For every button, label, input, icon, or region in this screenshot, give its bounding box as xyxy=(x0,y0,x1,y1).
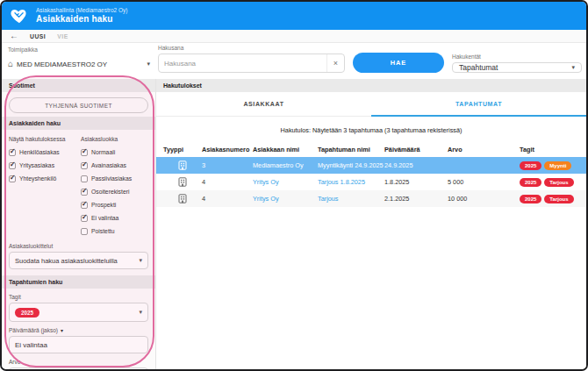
value-cell: 5 000 xyxy=(448,178,520,186)
tag-badge: 2025 xyxy=(520,161,541,170)
column-header: Päivämäärä xyxy=(384,146,448,153)
export-button[interactable]: VIE xyxy=(57,33,68,39)
customer-search-title: Asiakkaiden haku xyxy=(2,117,155,130)
filter-checkbox-ei-valintaa[interactable]: Ei valintaa xyxy=(81,211,148,225)
filter-checkbox-yhteyshenkil-[interactable]: Yhteyshenkilö xyxy=(9,172,81,185)
app-titles: Asiakashallinta (Mediamaestro2 Oy) Asiak… xyxy=(36,7,127,25)
toimipaikka-group: Toimipaikka ⌂ MED MEDIAMAESTRO2 OY ▾ xyxy=(8,46,150,73)
tagit-select[interactable]: 2025 ▾ xyxy=(9,303,148,322)
date-cell: 2.1.2025 xyxy=(384,195,448,203)
column-header: Tyyppi xyxy=(163,146,202,153)
new-button[interactable]: UUSI xyxy=(30,33,46,39)
hakusana-label: Hakusana xyxy=(158,45,345,51)
filter-checkbox-yritysasiakas[interactable]: Yritysasiakas xyxy=(9,159,81,172)
tab-asiakkaat[interactable]: ASIAKKAAT xyxy=(156,92,371,116)
tag-badge: Tarjous xyxy=(544,195,573,203)
date-range-field[interactable]: Ei valintaa xyxy=(9,336,148,353)
customer-link[interactable]: Yritys Oy xyxy=(253,195,318,203)
toolbar: ← UUSI VIE xyxy=(2,30,586,43)
app-bar: Asiakashallinta (Mediamaestro2 Oy) Asiak… xyxy=(2,2,586,30)
column-header: Tapahtuman nimi xyxy=(318,146,384,153)
event-link[interactable]: Tarjous 1.8.2025 xyxy=(318,178,384,186)
close-icon[interactable]: × xyxy=(326,54,344,72)
arvo-label: Arvo xyxy=(2,353,155,367)
building-icon xyxy=(163,194,202,203)
checkbox[interactable] xyxy=(81,162,88,169)
hakukentat-select[interactable]: Tapahtumat ▾ xyxy=(452,62,582,73)
chevron-down-icon: ▾ xyxy=(61,327,63,333)
page-title: Asiakkaiden haku xyxy=(36,14,127,25)
checkbox[interactable] xyxy=(81,189,88,196)
customer-number-cell: 4 xyxy=(202,178,253,186)
search-input[interactable] xyxy=(159,60,326,68)
checkbox-label: Yritysasiakas xyxy=(19,162,54,168)
asiakasluokittelut-select[interactable]: Suodata hakua asiakasluokitteluilla ▾ xyxy=(9,252,148,269)
filter-checkbox-prospekti[interactable]: Prospekti xyxy=(81,198,148,211)
asiakasluokittelut-label: Asiakasluokittelut xyxy=(2,238,155,252)
date-range-label-text: Päivämäärä (jakso) xyxy=(9,327,58,333)
filter-checkbox-avainasiakas[interactable]: Avainasiakas xyxy=(81,159,148,172)
column-header: Arvo xyxy=(448,146,520,153)
checkbox[interactable] xyxy=(9,149,16,156)
date-range-label[interactable]: Päivämäärä (jakso) ▾ xyxy=(2,322,155,336)
tags-cell: 2025Tarjous xyxy=(520,178,586,187)
building-icon xyxy=(163,177,202,187)
chevron-down-icon: ▾ xyxy=(147,61,150,68)
checkbox-label: Osoiterekisteri xyxy=(91,189,129,195)
tag-badge: 2025 xyxy=(15,308,39,317)
checkbox-group-labels: Näytä hakutuloksessa Asiakasluokka xyxy=(2,130,155,146)
checkbox[interactable] xyxy=(81,175,88,182)
checkbox-label: Passiiviasiakas xyxy=(91,175,132,182)
arvo-field[interactable] xyxy=(9,367,148,369)
hakukentat-group: Hakukentät Tapahtumat ▾ xyxy=(452,54,582,73)
checkbox[interactable] xyxy=(81,149,88,156)
checkbox[interactable] xyxy=(81,228,88,235)
hakukentat-label: Hakukentät xyxy=(452,54,582,60)
clear-filters-button[interactable]: TYHJENNÄ SUOTIMET xyxy=(9,97,148,113)
checkbox-label: Prospekti xyxy=(91,202,116,208)
filter-checkbox-normaali[interactable]: Normaali xyxy=(81,146,148,159)
chevron-down-icon: ▾ xyxy=(571,64,575,71)
value-cell: 10 000 xyxy=(448,195,520,203)
event-row[interactable]: 4Yritys OyTarjous 1.8.20251.8.20255 0002… xyxy=(156,174,586,190)
search-button[interactable]: HAE xyxy=(353,53,444,73)
events-search-title: Tapahtumien haku xyxy=(2,275,155,289)
home-icon: ⌂ xyxy=(8,60,13,68)
toimipaikka-select[interactable]: ⌂ MED MEDIAMAESTRO2 OY ▾ xyxy=(8,55,150,73)
results-title: Hakutulokset xyxy=(156,79,586,92)
checkbox[interactable] xyxy=(81,215,88,222)
checkbox[interactable] xyxy=(9,162,16,169)
checkbox-label: Avainasiakas xyxy=(91,162,126,168)
tag-badge: 2025 xyxy=(520,178,541,187)
date-cell: 24.9.2025 xyxy=(384,161,448,169)
back-icon[interactable]: ← xyxy=(10,32,18,40)
column-header: Asiakasnumero xyxy=(202,146,253,153)
event-row[interactable]: 4Yritys OyTarjous2.1.202510 0002025Tarjo… xyxy=(156,190,586,207)
customer-number-cell: 3 xyxy=(202,161,253,169)
checkbox[interactable] xyxy=(9,175,16,182)
event-link[interactable]: Myyntikäynti 24.9.2025 xyxy=(318,161,384,169)
tags-cell: 2025Myynti xyxy=(520,161,586,170)
filter-checkbox-henkil-asiakas[interactable]: Henkilöasiakas xyxy=(9,146,81,159)
search-input-box: × xyxy=(158,54,345,73)
column-header: Tagit xyxy=(520,146,586,153)
tag-badge: Tarjous xyxy=(544,178,573,187)
checkbox[interactable] xyxy=(81,202,88,209)
customer-link[interactable]: Mediamaestro Oy xyxy=(253,161,318,169)
tab-tapahtumat[interactable]: TAPAHTUMAT xyxy=(371,92,586,116)
filter-checkbox-osoiterekisteri[interactable]: Osoiterekisteri xyxy=(81,185,148,198)
filter-checkbox-passiiviasiakas[interactable]: Passiiviasiakas xyxy=(81,172,148,185)
checkbox-label: Henkilöasiakas xyxy=(19,149,60,155)
tags-cell: 2025Tarjous xyxy=(520,195,586,203)
app-title: Asiakashallinta (Mediamaestro2 Oy) xyxy=(36,7,127,14)
event-link[interactable]: Tarjous xyxy=(318,195,384,203)
date-range-value: Ei valintaa xyxy=(15,341,47,349)
column-header: Asiakkaan nimi xyxy=(253,146,318,153)
table-body: 3Mediamaestro OyMyyntikäynti 24.9.202524… xyxy=(156,157,586,207)
event-row[interactable]: 3Mediamaestro OyMyyntikäynti 24.9.202524… xyxy=(156,157,586,174)
customer-link[interactable]: Yritys Oy xyxy=(253,178,318,186)
tagit-label: Tagit xyxy=(2,289,155,303)
class-group-label: Asiakasluokka xyxy=(81,136,118,142)
customer-number-cell: 4 xyxy=(202,195,253,203)
filter-checkbox-poistettu[interactable]: Poistettu xyxy=(81,225,148,238)
